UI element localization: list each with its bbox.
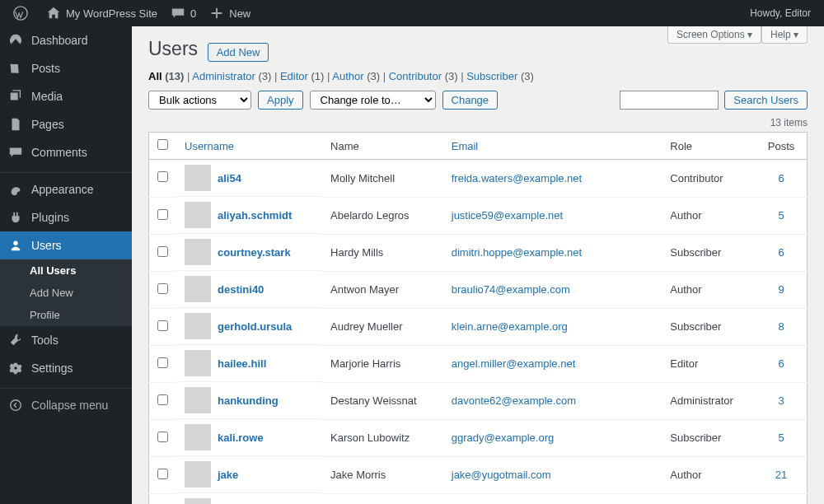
role-cell: Author <box>662 456 756 493</box>
role-cell: Author <box>662 271 756 308</box>
row-checkbox[interactable] <box>157 469 168 479</box>
help-toggle[interactable]: Help ▾ <box>761 26 808 44</box>
screen-options-toggle[interactable]: Screen Options ▾ <box>667 26 761 44</box>
col-role: Role <box>662 133 756 160</box>
site-name-link[interactable]: My WordPress Site <box>40 0 164 26</box>
posts-count-link[interactable]: 5 <box>778 209 784 222</box>
username-link[interactable]: destini40 <box>218 283 264 296</box>
role-cell: Subscriber <box>662 308 756 345</box>
col-username[interactable]: Username <box>185 140 234 152</box>
posts-count-link[interactable]: 3 <box>778 394 784 407</box>
dashboard-icon <box>8 33 23 48</box>
username-link[interactable]: ali54 <box>218 172 241 184</box>
new-content-link[interactable]: New <box>203 0 257 26</box>
sidebar-item-settings[interactable]: Settings <box>0 354 132 382</box>
name-cell: Antwon Mayer <box>322 271 443 308</box>
avatar <box>185 461 211 488</box>
submenu-item-all-users[interactable]: All Users <box>0 259 132 282</box>
select-all-top[interactable] <box>157 139 168 150</box>
username-link[interactable]: hailee.hill <box>218 357 266 370</box>
posts-count-link[interactable]: 5 <box>778 432 784 444</box>
role-cell: Editor <box>662 345 756 382</box>
table-row: jakeJake Morrisjake@yugotmail.comAuthor2… <box>149 456 808 493</box>
sidebar-item-dashboard[interactable]: Dashboard <box>0 26 132 54</box>
sidebar-item-posts[interactable]: Posts <box>0 54 132 82</box>
filter-all[interactable]: All (13) <box>148 70 184 82</box>
user-search-input[interactable] <box>620 91 719 110</box>
filter-editor[interactable]: Editor (1) <box>280 70 324 82</box>
add-new-user-button[interactable]: Add New <box>208 43 269 62</box>
admin-sidebar: DashboardPostsMediaPagesCommentsAppearan… <box>0 26 132 504</box>
col-name: Name <box>322 133 443 160</box>
posts-count-link[interactable]: 8 <box>778 320 784 333</box>
name-cell: Marjorie Harris <box>322 345 443 382</box>
row-checkbox[interactable] <box>157 246 168 257</box>
role-cell: Subscriber <box>662 419 756 456</box>
change-role-button[interactable]: Change <box>442 91 499 110</box>
email-link[interactable]: klein.arne@example.org <box>452 320 568 333</box>
svg-point-1 <box>13 241 17 245</box>
email-link[interactable]: braulio74@example.com <box>452 283 570 296</box>
username-link[interactable]: jake <box>218 469 238 481</box>
row-checkbox[interactable] <box>157 320 168 331</box>
filter-author[interactable]: Author (3) <box>332 70 380 82</box>
row-checkbox[interactable] <box>157 209 168 220</box>
posts-count-link[interactable]: 6 <box>778 172 784 184</box>
name-cell: Destany Weissnat <box>322 382 443 419</box>
email-link[interactable]: angel.miller@example.net <box>452 357 576 370</box>
sidebar-item-plugins[interactable]: Plugins <box>0 203 132 231</box>
posts-count-link[interactable]: 21 <box>775 469 787 481</box>
email-link[interactable]: ggrady@example.org <box>452 432 554 444</box>
username-link[interactable]: courtney.stark <box>218 246 291 259</box>
row-checkbox[interactable] <box>157 283 168 294</box>
username-link[interactable]: aliyah.schmidt <box>218 209 292 222</box>
tools-icon <box>8 333 23 348</box>
username-link[interactable]: hankunding <box>218 394 279 407</box>
email-link[interactable]: davonte62@example.com <box>452 394 576 407</box>
search-users-button[interactable]: Search Users <box>724 91 808 110</box>
email-link[interactable]: jake@yugotmail.com <box>452 469 551 481</box>
bulk-actions-select[interactable]: Bulk actions <box>148 91 251 110</box>
posts-count-link[interactable]: 9 <box>778 283 784 296</box>
row-checkbox[interactable] <box>157 171 168 182</box>
col-email[interactable]: Email <box>452 140 479 152</box>
sidebar-item-pages[interactable]: Pages <box>0 110 132 138</box>
filter-administrator[interactable]: Administrator (3) <box>192 70 271 82</box>
filter-contributor[interactable]: Contributor (3) <box>389 70 458 82</box>
name-cell: Abelardo Legros <box>322 197 443 234</box>
posts-count-link[interactable]: 6 <box>778 246 784 259</box>
collapse-menu[interactable]: Collapse menu <box>0 391 132 419</box>
page-title: Users <box>148 35 198 60</box>
apply-bulk-button[interactable]: Apply <box>258 91 303 110</box>
table-row: aliyah.schmidtAbelardo Legrosjustice59@e… <box>149 197 808 234</box>
sidebar-item-media[interactable]: Media <box>0 82 132 110</box>
change-role-select[interactable]: Change role to… <box>310 91 436 110</box>
wp-logo[interactable] <box>7 0 40 26</box>
sidebar-item-appearance[interactable]: Appearance <box>0 175 132 203</box>
row-checkbox[interactable] <box>157 394 168 405</box>
filter-subscriber[interactable]: Subscriber (3) <box>466 70 534 82</box>
table-row: marvin.brandyElena Heathcotesadie77@exam… <box>149 493 808 504</box>
sidebar-item-tools[interactable]: Tools <box>0 326 132 354</box>
email-link[interactable]: dimitri.hoppe@example.net <box>452 246 582 259</box>
submenu-item-add-new[interactable]: Add New <box>0 282 132 304</box>
posts-count-link[interactable]: 6 <box>778 357 784 370</box>
email-link[interactable]: freida.waters@example.net <box>452 172 582 184</box>
row-checkbox[interactable] <box>157 357 168 368</box>
comments-link[interactable]: 0 <box>164 0 203 26</box>
avatar <box>185 313 211 339</box>
sidebar-item-users[interactable]: Users <box>0 231 132 259</box>
avatar <box>185 165 211 191</box>
sidebar-item-comments[interactable]: Comments <box>0 138 132 166</box>
submenu-item-profile[interactable]: Profile <box>0 304 132 326</box>
row-checkbox[interactable] <box>157 432 168 442</box>
username-link[interactable]: gerhold.ursula <box>218 320 292 333</box>
posts-icon <box>8 61 23 76</box>
avatar <box>185 276 211 302</box>
pages-icon <box>8 117 23 132</box>
role-filter-links: All (13) | Administrator (3) | Editor (1… <box>148 70 808 82</box>
username-link[interactable]: kali.rowe <box>218 432 264 444</box>
media-icon <box>8 89 23 104</box>
email-link[interactable]: justice59@example.net <box>452 209 563 222</box>
howdy-account[interactable]: Howdy, Editor <box>750 7 817 19</box>
